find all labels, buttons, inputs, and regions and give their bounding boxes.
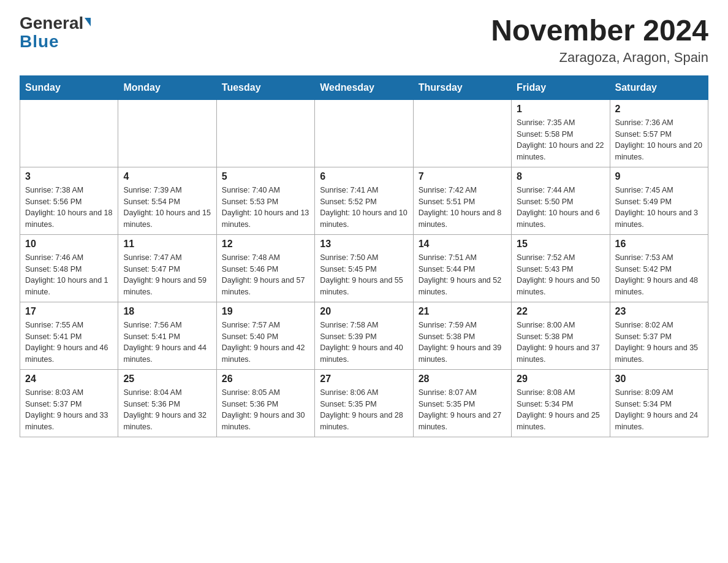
day-info: Sunrise: 7:50 AMSunset: 5:45 PMDaylight:… [320, 252, 408, 298]
calendar-cell: 22Sunrise: 8:00 AMSunset: 5:38 PMDayligh… [512, 302, 610, 369]
day-number: 28 [419, 373, 506, 385]
day-info: Sunrise: 7:48 AMSunset: 5:46 PMDaylight:… [222, 252, 309, 298]
day-info-line: Sunset: 5:36 PM [123, 400, 180, 408]
day-info: Sunrise: 8:09 AMSunset: 5:34 PMDaylight:… [615, 387, 703, 433]
day-info: Sunrise: 8:02 AMSunset: 5:37 PMDaylight:… [615, 320, 703, 366]
day-info: Sunrise: 7:40 AMSunset: 5:53 PMDaylight:… [222, 185, 309, 231]
calendar-cell: 17Sunrise: 7:55 AMSunset: 5:41 PMDayligh… [20, 302, 118, 369]
day-number: 16 [615, 239, 703, 250]
day-number: 1 [517, 104, 604, 115]
day-info-line: Daylight: 9 hours and 50 minutes. [517, 276, 600, 296]
day-info-line: Sunrise: 8:02 AM [615, 321, 673, 329]
day-info-line: Daylight: 9 hours and 25 minutes. [517, 411, 600, 431]
day-info-line: Daylight: 9 hours and 24 minutes. [615, 411, 699, 431]
day-number: 7 [419, 171, 506, 182]
day-info: Sunrise: 7:45 AMSunset: 5:49 PMDaylight:… [615, 185, 703, 231]
day-info-line: Sunrise: 7:39 AM [123, 186, 181, 194]
day-info-line: Daylight: 10 hours and 10 minutes. [320, 209, 407, 229]
calendar-cell: 11Sunrise: 7:47 AMSunset: 5:47 PMDayligh… [118, 234, 216, 302]
day-info: Sunrise: 8:04 AMSunset: 5:36 PMDaylight:… [123, 387, 211, 433]
day-info: Sunrise: 7:41 AMSunset: 5:52 PMDaylight:… [320, 185, 408, 231]
calendar-cell: 6Sunrise: 7:41 AMSunset: 5:52 PMDaylight… [315, 167, 413, 234]
day-info-line: Daylight: 9 hours and 44 minutes. [123, 343, 207, 364]
day-info-line: Daylight: 9 hours and 40 minutes. [320, 343, 403, 364]
day-number: 10 [25, 239, 113, 250]
calendar-week-2: 3Sunrise: 7:38 AMSunset: 5:56 PMDaylight… [20, 167, 708, 234]
calendar-week-1: 1Sunrise: 7:35 AMSunset: 5:58 PMDaylight… [20, 99, 708, 167]
logo-triangle-icon [85, 18, 91, 26]
day-info: Sunrise: 7:42 AMSunset: 5:51 PMDaylight:… [419, 185, 506, 231]
day-info-line: Daylight: 10 hours and 13 minutes. [222, 209, 309, 229]
calendar-table: SundayMondayTuesdayWednesdayThursdayFrid… [20, 75, 708, 437]
day-info-line: Sunset: 5:38 PM [419, 332, 475, 341]
day-number: 20 [320, 306, 408, 317]
day-info: Sunrise: 7:44 AMSunset: 5:50 PMDaylight:… [517, 185, 604, 231]
day-info-line: Daylight: 9 hours and 30 minutes. [222, 411, 305, 431]
day-info-line: Daylight: 9 hours and 39 minutes. [419, 343, 502, 364]
calendar-cell: 20Sunrise: 7:58 AMSunset: 5:39 PMDayligh… [315, 302, 413, 369]
day-info-line: Sunset: 5:50 PM [517, 197, 573, 206]
day-info-line: Sunrise: 7:51 AM [419, 253, 477, 262]
day-info-line: Daylight: 9 hours and 27 minutes. [419, 411, 502, 431]
day-info: Sunrise: 7:57 AMSunset: 5:40 PMDaylight:… [222, 320, 309, 366]
day-number: 25 [123, 373, 211, 385]
day-info-line: Sunrise: 7:45 AM [615, 186, 673, 194]
day-info-line: Sunrise: 7:42 AM [419, 186, 477, 194]
day-number: 30 [615, 373, 703, 385]
day-info-line: Sunset: 5:52 PM [320, 197, 376, 206]
day-info-line: Daylight: 9 hours and 52 minutes. [419, 276, 502, 296]
column-header-monday: Monday [118, 75, 216, 99]
logo-general: General [20, 15, 83, 32]
calendar-cell: 18Sunrise: 7:56 AMSunset: 5:41 PMDayligh… [118, 302, 216, 369]
calendar-week-5: 24Sunrise: 8:03 AMSunset: 5:37 PMDayligh… [20, 369, 708, 437]
column-header-thursday: Thursday [413, 75, 511, 99]
calendar-cell: 3Sunrise: 7:38 AMSunset: 5:56 PMDaylight… [20, 167, 118, 234]
calendar-cell: 30Sunrise: 8:09 AMSunset: 5:34 PMDayligh… [610, 369, 708, 437]
day-info-line: Sunset: 5:36 PM [222, 400, 278, 408]
logo: General Blue [20, 15, 91, 52]
day-info-line: Daylight: 9 hours and 37 minutes. [517, 343, 600, 364]
day-info-line: Sunset: 5:35 PM [419, 400, 475, 408]
day-info-line: Sunset: 5:35 PM [320, 400, 376, 408]
day-number: 21 [419, 306, 506, 317]
day-info-line: Sunrise: 8:09 AM [615, 388, 673, 397]
day-info: Sunrise: 7:55 AMSunset: 5:41 PMDaylight:… [25, 320, 113, 366]
day-info-line: Sunset: 5:48 PM [25, 265, 82, 274]
day-info-line: Daylight: 10 hours and 15 minutes. [123, 209, 210, 229]
day-info-line: Daylight: 9 hours and 42 minutes. [222, 343, 305, 364]
day-info-line: Daylight: 9 hours and 46 minutes. [25, 343, 108, 364]
day-info: Sunrise: 7:38 AMSunset: 5:56 PMDaylight:… [25, 185, 113, 231]
day-info: Sunrise: 7:53 AMSunset: 5:42 PMDaylight:… [615, 252, 703, 298]
day-info: Sunrise: 7:35 AMSunset: 5:58 PMDaylight:… [517, 117, 604, 163]
calendar-cell: 24Sunrise: 8:03 AMSunset: 5:37 PMDayligh… [20, 369, 118, 437]
day-info-line: Sunrise: 7:38 AM [25, 186, 83, 194]
day-number: 6 [320, 171, 408, 182]
day-number: 19 [222, 306, 309, 317]
day-info: Sunrise: 8:08 AMSunset: 5:34 PMDaylight:… [517, 387, 604, 433]
calendar-cell: 28Sunrise: 8:07 AMSunset: 5:35 PMDayligh… [413, 369, 511, 437]
day-info-line: Sunset: 5:40 PM [222, 332, 278, 341]
day-info-line: Sunset: 5:45 PM [320, 265, 376, 274]
day-info-line: Sunset: 5:38 PM [517, 332, 573, 341]
day-info: Sunrise: 8:05 AMSunset: 5:36 PMDaylight:… [222, 387, 309, 433]
day-info-line: Daylight: 10 hours and 22 minutes. [517, 141, 604, 161]
day-number: 2 [615, 104, 703, 115]
calendar-cell: 10Sunrise: 7:46 AMSunset: 5:48 PMDayligh… [20, 234, 118, 302]
calendar-cell [20, 99, 118, 167]
day-info: Sunrise: 7:47 AMSunset: 5:47 PMDaylight:… [123, 252, 211, 298]
day-info-line: Sunset: 5:56 PM [25, 197, 82, 206]
day-info-line: Sunrise: 7:40 AM [222, 186, 280, 194]
calendar-cell [315, 99, 413, 167]
day-info-line: Sunrise: 7:46 AM [25, 253, 83, 262]
day-info-line: Sunrise: 7:36 AM [615, 118, 673, 127]
calendar-cell: 8Sunrise: 7:44 AMSunset: 5:50 PMDaylight… [512, 167, 610, 234]
day-info-line: Sunrise: 7:59 AM [419, 321, 477, 329]
page-title: November 2024 [491, 15, 708, 47]
day-info: Sunrise: 7:36 AMSunset: 5:57 PMDaylight:… [615, 117, 703, 163]
day-info-line: Sunrise: 8:03 AM [25, 388, 83, 397]
day-info-line: Sunrise: 7:52 AM [517, 253, 575, 262]
calendar-cell: 25Sunrise: 8:04 AMSunset: 5:36 PMDayligh… [118, 369, 216, 437]
day-info-line: Sunrise: 7:50 AM [320, 253, 378, 262]
day-info-line: Sunrise: 7:53 AM [615, 253, 673, 262]
day-info-line: Daylight: 9 hours and 35 minutes. [615, 343, 699, 364]
